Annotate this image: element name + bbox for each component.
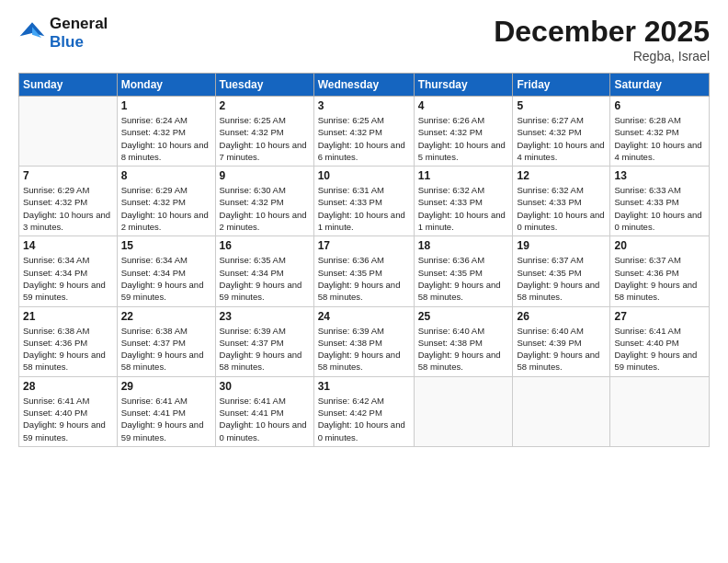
day-number: 10: [318, 169, 410, 182]
logo-icon: [18, 19, 46, 47]
day-info: Sunrise: 6:33 AMSunset: 4:33 PMDaylight:…: [614, 184, 705, 233]
day-number: 15: [121, 239, 211, 252]
calendar-cell: 21Sunrise: 6:38 AMSunset: 4:36 PMDayligh…: [19, 306, 118, 376]
day-number: 5: [517, 99, 606, 112]
day-number: 23: [220, 310, 310, 323]
calendar-cell: 23Sunrise: 6:39 AMSunset: 4:37 PMDayligh…: [215, 306, 313, 376]
day-info: Sunrise: 6:38 AMSunset: 4:37 PMDaylight:…: [121, 325, 211, 373]
calendar-cell: 27Sunrise: 6:41 AMSunset: 4:40 PMDayligh…: [610, 306, 710, 376]
logo: General Blue: [18, 15, 108, 51]
calendar-cell: 6Sunrise: 6:28 AMSunset: 4:32 PMDaylight…: [610, 97, 710, 167]
calendar-cell: 30Sunrise: 6:41 AMSunset: 4:41 PMDayligh…: [215, 376, 313, 446]
calendar-header-row: Sunday Monday Tuesday Wednesday Thursday…: [19, 74, 710, 97]
calendar-week-row: 7Sunrise: 6:29 AMSunset: 4:32 PMDaylight…: [19, 167, 710, 236]
day-info: Sunrise: 6:40 AMSunset: 4:38 PMDaylight:…: [418, 325, 509, 373]
calendar-cell: 15Sunrise: 6:34 AMSunset: 4:34 PMDayligh…: [117, 236, 215, 306]
day-info: Sunrise: 6:34 AMSunset: 4:34 PMDaylight:…: [121, 254, 211, 303]
calendar-cell: 2Sunrise: 6:25 AMSunset: 4:32 PMDaylight…: [215, 97, 313, 167]
calendar-cell: 20Sunrise: 6:37 AMSunset: 4:36 PMDayligh…: [610, 236, 710, 306]
calendar-cell: 3Sunrise: 6:25 AMSunset: 4:32 PMDaylight…: [313, 97, 414, 167]
calendar-cell: [513, 376, 610, 446]
col-tuesday: Tuesday: [215, 74, 313, 97]
day-number: 22: [121, 310, 211, 323]
calendar-cell: 5Sunrise: 6:27 AMSunset: 4:32 PMDaylight…: [513, 97, 610, 167]
calendar-cell: 22Sunrise: 6:38 AMSunset: 4:37 PMDayligh…: [117, 306, 215, 376]
page: General Blue December 2025 Regba, Israel…: [0, 0, 728, 563]
day-info: Sunrise: 6:38 AMSunset: 4:36 PMDaylight:…: [23, 325, 113, 373]
day-info: Sunrise: 6:25 AMSunset: 4:32 PMDaylight:…: [220, 114, 310, 163]
day-number: 1: [121, 99, 211, 112]
day-info: Sunrise: 6:36 AMSunset: 4:35 PMDaylight:…: [418, 254, 509, 303]
calendar-cell: 8Sunrise: 6:29 AMSunset: 4:32 PMDaylight…: [117, 167, 215, 236]
day-info: Sunrise: 6:30 AMSunset: 4:32 PMDaylight:…: [220, 184, 310, 233]
col-monday: Monday: [117, 74, 215, 97]
month-title: December 2025: [494, 15, 710, 49]
day-number: 6: [614, 99, 705, 112]
calendar-cell: 4Sunrise: 6:26 AMSunset: 4:32 PMDaylight…: [414, 97, 513, 167]
calendar-cell: 24Sunrise: 6:39 AMSunset: 4:38 PMDayligh…: [313, 306, 414, 376]
day-number: 17: [318, 239, 410, 252]
day-info: Sunrise: 6:32 AMSunset: 4:33 PMDaylight:…: [418, 184, 509, 233]
calendar-cell: [19, 97, 118, 167]
day-number: 27: [614, 310, 705, 323]
calendar-cell: 28Sunrise: 6:41 AMSunset: 4:40 PMDayligh…: [19, 376, 118, 446]
day-number: 12: [517, 169, 606, 182]
day-number: 11: [418, 169, 509, 182]
header: General Blue December 2025 Regba, Israel: [18, 15, 710, 63]
day-info: Sunrise: 6:41 AMSunset: 4:40 PMDaylight:…: [23, 395, 113, 443]
calendar-cell: [610, 376, 710, 446]
day-number: 20: [614, 239, 705, 252]
calendar-cell: 31Sunrise: 6:42 AMSunset: 4:42 PMDayligh…: [313, 376, 414, 446]
col-saturday: Saturday: [610, 74, 710, 97]
day-number: 26: [517, 310, 606, 323]
calendar-cell: 9Sunrise: 6:30 AMSunset: 4:32 PMDaylight…: [215, 167, 313, 236]
day-info: Sunrise: 6:39 AMSunset: 4:37 PMDaylight:…: [220, 325, 310, 373]
col-sunday: Sunday: [19, 74, 118, 97]
day-number: 16: [220, 239, 310, 252]
day-number: 3: [318, 99, 410, 112]
day-number: 24: [318, 310, 410, 323]
calendar-week-row: 28Sunrise: 6:41 AMSunset: 4:40 PMDayligh…: [19, 376, 710, 446]
calendar-week-row: 14Sunrise: 6:34 AMSunset: 4:34 PMDayligh…: [19, 236, 710, 306]
day-info: Sunrise: 6:34 AMSunset: 4:34 PMDaylight:…: [23, 254, 113, 303]
day-number: 21: [23, 310, 113, 323]
col-wednesday: Wednesday: [313, 74, 414, 97]
day-number: 25: [418, 310, 509, 323]
day-info: Sunrise: 6:40 AMSunset: 4:39 PMDaylight:…: [517, 325, 606, 373]
day-info: Sunrise: 6:39 AMSunset: 4:38 PMDaylight:…: [318, 325, 410, 373]
day-number: 13: [614, 169, 705, 182]
day-number: 31: [318, 380, 410, 393]
day-info: Sunrise: 6:31 AMSunset: 4:33 PMDaylight:…: [318, 184, 410, 233]
day-info: Sunrise: 6:37 AMSunset: 4:35 PMDaylight:…: [517, 254, 606, 303]
day-info: Sunrise: 6:28 AMSunset: 4:32 PMDaylight:…: [614, 114, 705, 163]
calendar-cell: 13Sunrise: 6:33 AMSunset: 4:33 PMDayligh…: [610, 167, 710, 236]
day-number: 7: [23, 169, 113, 182]
day-info: Sunrise: 6:29 AMSunset: 4:32 PMDaylight:…: [121, 184, 211, 233]
calendar-cell: 14Sunrise: 6:34 AMSunset: 4:34 PMDayligh…: [19, 236, 118, 306]
day-number: 4: [418, 99, 509, 112]
day-number: 28: [23, 380, 113, 393]
day-number: 18: [418, 239, 509, 252]
calendar-cell: 12Sunrise: 6:32 AMSunset: 4:33 PMDayligh…: [513, 167, 610, 236]
day-number: 9: [220, 169, 310, 182]
day-info: Sunrise: 6:41 AMSunset: 4:41 PMDaylight:…: [220, 395, 310, 443]
day-info: Sunrise: 6:25 AMSunset: 4:32 PMDaylight:…: [318, 114, 410, 163]
logo-text: General Blue: [50, 15, 108, 51]
calendar-cell: 17Sunrise: 6:36 AMSunset: 4:35 PMDayligh…: [313, 236, 414, 306]
calendar-cell: [414, 376, 513, 446]
calendar-table: Sunday Monday Tuesday Wednesday Thursday…: [18, 73, 710, 447]
day-number: 8: [121, 169, 211, 182]
day-info: Sunrise: 6:24 AMSunset: 4:32 PMDaylight:…: [121, 114, 211, 163]
day-info: Sunrise: 6:41 AMSunset: 4:41 PMDaylight:…: [121, 395, 211, 443]
day-info: Sunrise: 6:35 AMSunset: 4:34 PMDaylight:…: [220, 254, 310, 303]
day-info: Sunrise: 6:41 AMSunset: 4:40 PMDaylight:…: [614, 325, 705, 373]
calendar-cell: 18Sunrise: 6:36 AMSunset: 4:35 PMDayligh…: [414, 236, 513, 306]
calendar-cell: 26Sunrise: 6:40 AMSunset: 4:39 PMDayligh…: [513, 306, 610, 376]
day-info: Sunrise: 6:29 AMSunset: 4:32 PMDaylight:…: [23, 184, 113, 233]
day-info: Sunrise: 6:32 AMSunset: 4:33 PMDaylight:…: [517, 184, 606, 233]
day-number: 2: [220, 99, 310, 112]
day-info: Sunrise: 6:27 AMSunset: 4:32 PMDaylight:…: [517, 114, 606, 163]
location: Regba, Israel: [494, 49, 710, 63]
day-number: 19: [517, 239, 606, 252]
day-info: Sunrise: 6:26 AMSunset: 4:32 PMDaylight:…: [418, 114, 509, 163]
